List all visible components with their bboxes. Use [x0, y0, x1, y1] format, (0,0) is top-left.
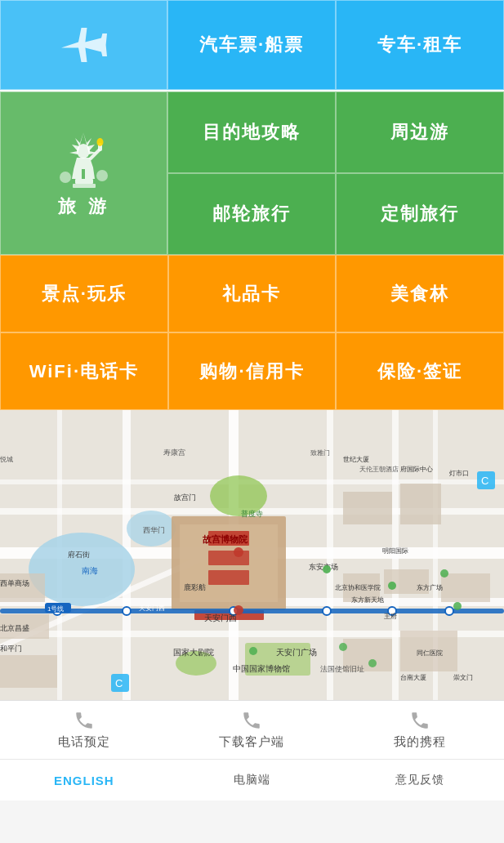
- svg-point-5: [97, 138, 104, 146]
- svg-point-87: [388, 582, 396, 590]
- svg-rect-35: [400, 484, 441, 524]
- svg-text:世纪大厦: 世纪大厦: [343, 456, 369, 463]
- svg-text:天伦王朝酒店: 天伦王朝酒店: [359, 466, 399, 473]
- airplane-icon-cell[interactable]: [0, 0, 167, 90]
- svg-text:普度寺: 普度寺: [241, 510, 263, 518]
- svg-line-3: [90, 149, 100, 159]
- travel-icon-cell[interactable]: 旅 游: [0, 91, 167, 255]
- svg-text:东方广场: 东方广场: [417, 584, 443, 591]
- svg-point-90: [440, 569, 448, 578]
- svg-text:故宫门: 故宫门: [174, 493, 196, 502]
- svg-text:致雅门: 致雅门: [310, 449, 330, 457]
- svg-text:天安门广场: 天安门广场: [276, 648, 317, 657]
- blue-transport-section: 汽车票·船票 专车·租车: [0, 0, 504, 91]
- svg-text:南海: 南海: [82, 566, 98, 575]
- svg-rect-43: [441, 573, 490, 602]
- car-rental-cell[interactable]: 专车·租车: [336, 0, 504, 90]
- svg-point-9: [96, 170, 108, 181]
- svg-point-84: [234, 547, 243, 557]
- svg-rect-6: [75, 179, 93, 184]
- phone-icon: [74, 710, 95, 731]
- map-section[interactable]: 故宫博物院 天安门西 天安门广场 国家大剧院 中国国家博物馆 法国使馆旧址 西单…: [0, 410, 504, 700]
- svg-text:西华门: 西华门: [143, 526, 165, 534]
- bottom-navigation: 电话预定 下载客户端 我的携程 ENGLISH 电脑端 意见反馈: [0, 700, 504, 801]
- svg-rect-19: [392, 410, 399, 700]
- svg-text:东方新天地: 东方新天地: [351, 596, 384, 604]
- gift-card-cell[interactable]: 礼品卡: [168, 255, 337, 332]
- svg-text:府石街: 府石街: [68, 551, 90, 559]
- svg-text:北京协和医学院: 北京协和医学院: [335, 584, 381, 591]
- svg-point-48: [323, 607, 331, 615]
- svg-text:国家大剧院: 国家大剧院: [173, 648, 214, 657]
- svg-text:崇文门: 崇文门: [453, 674, 473, 681]
- wifi-cell[interactable]: WiFi·电话卡: [0, 332, 168, 410]
- svg-rect-44: [0, 609, 504, 613]
- download-app-item[interactable]: 下载客户端: [168, 701, 337, 759]
- svg-text:1号线: 1号线: [47, 605, 64, 613]
- svg-point-86: [323, 565, 331, 573]
- links-row: ENGLISH 电脑端 意见反馈: [0, 760, 504, 801]
- statue-icon: [57, 128, 110, 190]
- svg-text:C: C: [481, 475, 488, 487]
- svg-point-8: [60, 172, 71, 183]
- svg-point-50: [445, 607, 453, 615]
- green-travel-section: 旅 游 目的地攻略 周边游 邮轮旅行 定制旅行: [0, 91, 504, 255]
- insurance-cell[interactable]: 保险·签证: [336, 332, 504, 410]
- svg-text:西单商场: 西单商场: [0, 579, 29, 587]
- download-icon: [241, 710, 262, 731]
- svg-text:王府: 王府: [384, 613, 397, 620]
- bus-boat-cell[interactable]: 汽车票·船票: [167, 0, 336, 90]
- svg-text:中国国家博物馆: 中国国家博物馆: [233, 664, 290, 673]
- svg-text:故宫博物院: 故宫博物院: [203, 534, 248, 544]
- custom-travel-cell[interactable]: 定制旅行: [336, 173, 504, 255]
- svg-rect-40: [0, 655, 57, 688]
- airplane-icon: [56, 16, 113, 74]
- svg-text:天安门西: 天安门西: [204, 613, 237, 622]
- svg-text:鹿彩舫: 鹿彩舫: [184, 583, 206, 591]
- my-trips-item[interactable]: 我的携程: [336, 701, 504, 759]
- cruise-cell[interactable]: 邮轮旅行: [167, 173, 336, 255]
- svg-text:明阳国际: 明阳国际: [382, 547, 408, 555]
- svg-point-92: [339, 643, 347, 651]
- my-trips-icon: [409, 710, 430, 731]
- svg-text:和平门: 和平门: [0, 645, 22, 653]
- svg-rect-38: [0, 573, 45, 602]
- svg-text:台南大厦: 台南大厦: [400, 674, 426, 681]
- desktop-link[interactable]: 电脑端: [168, 760, 337, 801]
- svg-text:灯市口: 灯市口: [449, 470, 469, 477]
- svg-point-88: [249, 647, 257, 655]
- svg-text:C: C: [115, 677, 123, 689]
- beijing-map: 故宫博物院 天安门西 天安门广场 国家大剧院 中国国家博物馆 法国使馆旧址 西单…: [0, 410, 504, 700]
- svg-rect-29: [208, 570, 249, 585]
- svg-text:天安门西: 天安门西: [139, 604, 165, 612]
- shopping-cell[interactable]: 购物·信用卡: [168, 332, 337, 410]
- svg-point-46: [123, 607, 131, 615]
- attractions-cell[interactable]: 景点·玩乐: [0, 255, 168, 332]
- svg-text:法国使馆旧址: 法国使馆旧址: [320, 665, 364, 673]
- svg-rect-34: [343, 492, 392, 524]
- nearby-travel-cell[interactable]: 周边游: [336, 91, 504, 173]
- svg-text:府国际中心: 府国际中心: [400, 466, 433, 473]
- svg-point-91: [368, 659, 377, 667]
- svg-text:北京昌盛: 北京昌盛: [0, 624, 29, 632]
- restaurant-cell[interactable]: 美食林: [336, 255, 504, 332]
- svg-text:同仁医院: 同仁医院: [417, 649, 443, 657]
- nav-row: 电话预定 下载客户端 我的携程: [0, 701, 504, 760]
- svg-rect-7: [73, 184, 96, 188]
- phone-booking-item[interactable]: 电话预定: [0, 701, 168, 759]
- destination-cell[interactable]: 目的地攻略: [167, 91, 336, 173]
- svg-text:寿康宫: 寿康宫: [163, 448, 185, 457]
- svg-point-85: [234, 605, 243, 615]
- english-link[interactable]: ENGLISH: [0, 760, 168, 801]
- feedback-link[interactable]: 意见反馈: [336, 760, 504, 801]
- svg-point-2: [77, 144, 90, 158]
- svg-point-89: [453, 602, 462, 610]
- orange-entertainment-section: 景点·玩乐 礼品卡 美食林 WiFi·电话卡 购物·信用卡 保险·签证: [0, 255, 504, 410]
- svg-text:悦城: 悦城: [0, 456, 13, 463]
